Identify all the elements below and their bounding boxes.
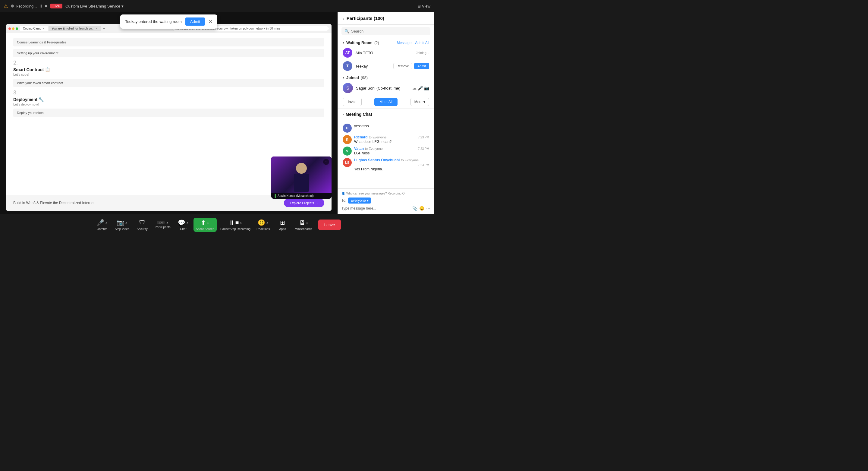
admit-button[interactable]: Admit	[185, 18, 205, 26]
mute-all-button[interactable]: Mute All	[374, 98, 398, 106]
chat-time-4: 7:23 PM	[418, 164, 429, 167]
video-caret[interactable]: ▲	[125, 221, 127, 224]
view-button[interactable]: ⊞ View	[417, 4, 430, 8]
browser-tab-2[interactable]: You are Enrolled for launch yo... ✕	[49, 26, 101, 31]
waiting-participant-alia: AT Alia TETO Joining...	[338, 46, 434, 59]
apps-tool[interactable]: ⊞ Apps	[274, 218, 292, 232]
panel-header: ‹ Participants (100)	[338, 12, 434, 25]
chat-to-4: to Everyone	[401, 158, 418, 162]
view-icon: ⊞	[417, 4, 421, 8]
admit-teekay-button[interactable]: Admit	[414, 63, 429, 69]
remove-teekay-button[interactable]: Remove	[393, 63, 412, 69]
participant-status-alia: Joining...	[416, 51, 429, 55]
participants-caret[interactable]: ▲	[166, 221, 169, 224]
video-off-icon: 📷	[424, 86, 429, 90]
message-all-link[interactable]: Message	[397, 41, 412, 45]
stop-video-tool[interactable]: 📷 ▲ Stop Video	[113, 218, 132, 232]
speaker-control-1[interactable]: ⋯	[323, 159, 329, 165]
tab-close-2[interactable]: ✕	[96, 27, 98, 30]
chat-to-dropdown[interactable]: Everyone ▾	[348, 198, 371, 204]
participants-tool[interactable]: 100 ▲ Participants	[153, 219, 173, 230]
section-2-sub: Let's code!	[13, 73, 324, 76]
stop-icon[interactable]: ■	[44, 4, 47, 8]
tab-close-1[interactable]: ✕	[42, 27, 45, 30]
chat-chevron[interactable]: ›	[343, 113, 344, 116]
security-tool[interactable]: 🛡 Security	[133, 218, 151, 232]
browser-minimize-dot[interactable]	[12, 27, 14, 30]
joined-section-label: ▾ Joined (98)	[338, 73, 434, 81]
chat-tool[interactable]: 💬 ▲ Chat	[174, 218, 192, 232]
speaker-video-thumbnail: ⋯ ▐ Aswin Kumar (Metaschool)	[271, 156, 332, 199]
reactions-tool[interactable]: 🙂 ▲ Reactions	[254, 218, 272, 232]
reactions-caret[interactable]: ▲	[266, 221, 269, 224]
participants-label: Participants	[155, 226, 170, 229]
chat-message-3: V Vatan to Everyone 7:23 PM LGF yess	[338, 145, 434, 157]
chat-msg-content-1: yessssss	[354, 124, 429, 133]
waiting-room-chevron[interactable]: ▾	[343, 41, 344, 45]
chat-avatar-u: U	[343, 124, 352, 133]
chat-msg-header-2: Richard to Everyone 7:23 PM	[354, 135, 429, 139]
chat-more-icon[interactable]: ⋯	[426, 206, 430, 211]
chat-caret[interactable]: ▲	[186, 221, 189, 224]
notification-banner: Teekay entered the waiting room Admit ✕	[120, 14, 217, 29]
browser-dots	[8, 27, 18, 30]
joined-chevron[interactable]: ▾	[343, 76, 344, 80]
record-tool[interactable]: ⏸ ■ ▲ Pause/Stop Recording	[218, 218, 253, 232]
cta-button[interactable]: Explore Projects →	[284, 199, 324, 207]
chat-everyone-label: Everyone	[350, 198, 366, 203]
unmute-tool[interactable]: 🎤 ▲ Unmute	[93, 218, 111, 232]
browser-fullscreen-dot[interactable]	[16, 27, 18, 30]
share-screen-tool[interactable]: ⬆ ▲ Share Screen	[193, 218, 217, 232]
security-label: Security	[137, 227, 148, 231]
record-caret[interactable]: ▲	[240, 221, 242, 224]
meeting-chat-section: › Meeting Chat U yessssss R Ric	[338, 109, 434, 214]
pause-record-icon: ⏸	[229, 219, 235, 226]
emoji-icon[interactable]: 😊	[419, 206, 424, 211]
waiting-room-count: (2)	[374, 40, 379, 45]
participant-actions-bar: Invite Mute All More ▾	[338, 95, 434, 109]
notification-close-button[interactable]: ✕	[209, 19, 213, 24]
chat-message-1: U yessssss	[338, 122, 434, 134]
recording-indicator: Recording... ⏸ ■	[11, 4, 47, 8]
chat-to-2: to Everyone	[369, 136, 387, 139]
chat-to-label: To:	[341, 198, 346, 203]
add-tab-button[interactable]: +	[103, 26, 105, 31]
co-host-avatar: S	[343, 83, 353, 93]
chat-time-3: 7:23 PM	[418, 147, 429, 150]
admit-all-link[interactable]: Admit All	[415, 41, 429, 45]
chat-notice-text: Who can see your messages? Recording On	[346, 192, 406, 195]
section-3-item: Deploy your token	[13, 109, 324, 117]
search-input[interactable]	[351, 29, 427, 33]
chat-to-caret: ▾	[367, 198, 369, 203]
chat-sender-2: Richard	[354, 135, 368, 139]
whiteboards-caret[interactable]: ▲	[306, 221, 308, 224]
recording-label: Recording...	[16, 4, 37, 8]
participant-avatar-t: T	[343, 61, 352, 71]
main-content: Teekay entered the waiting room Admit ✕ …	[0, 12, 434, 214]
browser-close-dot[interactable]	[8, 27, 11, 30]
pause-icon[interactable]: ⏸	[38, 4, 43, 8]
chat-to-3: to Everyone	[365, 147, 383, 150]
chat-title: Meeting Chat	[346, 112, 372, 117]
chat-message-2: R Richard to Everyone 7:23 PM What does …	[338, 134, 434, 145]
browser-tab-1[interactable]: Coding Camp ✕	[20, 26, 48, 31]
panel-collapse-icon[interactable]: ‹	[343, 16, 344, 21]
attach-icon[interactable]: 📎	[412, 206, 417, 211]
more-participants-button[interactable]: More ▾	[410, 98, 429, 106]
chat-avatar-ls: LS	[343, 158, 352, 167]
share-caret[interactable]: ▲	[207, 221, 209, 224]
chat-text-2: What does LFG mean?	[354, 140, 429, 144]
chat-notice-icon: 👤	[341, 192, 345, 195]
whiteboards-tool[interactable]: 🖥 ▲ Whiteboards	[293, 218, 315, 232]
waiting-room-actions: Message Admit All	[397, 41, 429, 45]
more-caret-icon: ▾	[424, 100, 425, 104]
invite-button[interactable]: Invite	[343, 98, 362, 106]
joined-section: ▾ Joined (98) S Sagar Soni (Co-host, me)…	[338, 73, 434, 95]
leave-button[interactable]: Leave	[318, 219, 341, 230]
section-3-number: 3.	[13, 90, 324, 96]
chat-msg-content-4: Lughas Santus Onyebuchi to Everyone 7:23…	[354, 158, 429, 171]
stream-title-caret[interactable]: ▾	[121, 4, 124, 8]
chat-input[interactable]	[341, 206, 410, 210]
notification-text: Teekay entered the waiting room	[125, 19, 182, 24]
unmute-caret[interactable]: ▲	[105, 221, 107, 224]
